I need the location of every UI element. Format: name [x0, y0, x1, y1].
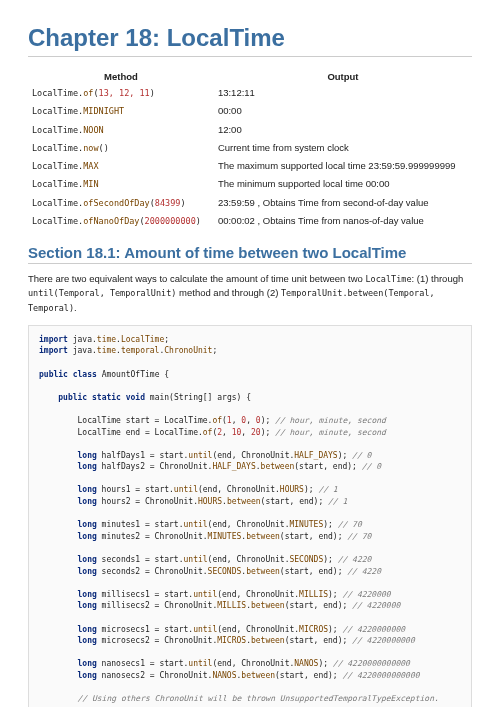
- para-text: .: [74, 302, 77, 313]
- output-cell: 00:00:02 , Obtains Time from nanos-of-da…: [214, 212, 472, 230]
- output-cell: 12:00: [214, 121, 472, 139]
- output-cell: The minimum supported local time 00:00: [214, 175, 472, 193]
- table-row: LocalTime.NOON12:00: [28, 121, 472, 139]
- method-table: Method Output LocalTime.of(13, 12, 11)13…: [28, 69, 472, 230]
- method-cell: LocalTime.ofNanoOfDay(2000000000): [28, 212, 214, 230]
- method-cell: LocalTime.MIDNIGHT: [28, 102, 214, 120]
- table-row: LocalTime.MAXThe maximum supported local…: [28, 157, 472, 175]
- para-text: : (1) through: [412, 273, 464, 284]
- method-cell: LocalTime.now(): [28, 139, 214, 157]
- method-cell: LocalTime.of(13, 12, 11): [28, 84, 214, 102]
- table-header-method: Method: [28, 69, 214, 84]
- inline-code: until(Temporal, TemporalUnit): [28, 288, 176, 298]
- method-cell: LocalTime.NOON: [28, 121, 214, 139]
- output-cell: 00:00: [214, 102, 472, 120]
- method-cell: LocalTime.MAX: [28, 157, 214, 175]
- table-row: LocalTime.MINThe minimum supported local…: [28, 175, 472, 193]
- output-cell: Current time from system clock: [214, 139, 472, 157]
- table-row: LocalTime.ofNanoOfDay(2000000000)00:00:0…: [28, 212, 472, 230]
- method-cell: LocalTime.MIN: [28, 175, 214, 193]
- table-row: LocalTime.of(13, 12, 11)13:12:11: [28, 84, 472, 102]
- section-paragraph: There are two equivalent ways to calcula…: [28, 272, 472, 315]
- table-row: LocalTime.ofSecondOfDay(84399)23:59:59 ,…: [28, 194, 472, 212]
- output-cell: 13:12:11: [214, 84, 472, 102]
- output-cell: The maximum supported local time 23:59:5…: [214, 157, 472, 175]
- para-text: method and through (2): [176, 287, 281, 298]
- inline-code: LocalTime: [365, 274, 411, 284]
- method-cell: LocalTime.ofSecondOfDay(84399): [28, 194, 214, 212]
- table-row: LocalTime.now()Current time from system …: [28, 139, 472, 157]
- chapter-title: Chapter 18: LocalTime: [28, 24, 472, 57]
- code-block: import java.time.LocalTime; import java.…: [28, 325, 472, 707]
- output-cell: 23:59:59 , Obtains Time from second-of-d…: [214, 194, 472, 212]
- section-title: Section 18.1: Amount of time between two…: [28, 244, 472, 264]
- table-row: LocalTime.MIDNIGHT00:00: [28, 102, 472, 120]
- para-text: There are two equivalent ways to calcula…: [28, 273, 365, 284]
- table-header-output: Output: [214, 69, 472, 84]
